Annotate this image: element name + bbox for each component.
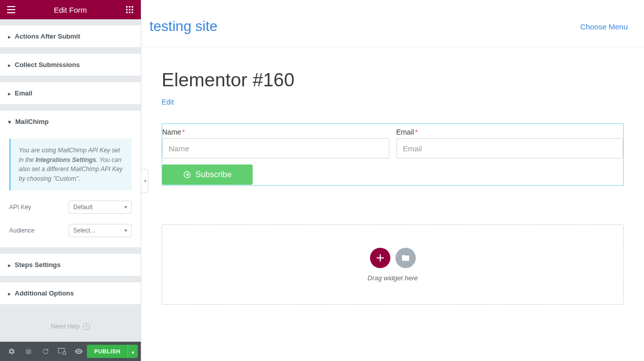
header-actions-after-submit[interactable]: Actions After Submit bbox=[0, 25, 141, 47]
sidebar-header: Edit Form bbox=[0, 0, 141, 19]
section-actions-after-submit: Actions After Submit bbox=[0, 25, 141, 48]
menu-icon[interactable] bbox=[5, 4, 17, 16]
svg-rect-0 bbox=[7, 6, 15, 7]
section-mailchimp: MailChimp You are using MailChimp API Ke… bbox=[0, 111, 141, 248]
chevron-right-icon bbox=[8, 289, 11, 297]
chevron-down-icon bbox=[8, 118, 11, 125]
preview-header: testing site Choose Menu bbox=[141, 6, 644, 47]
email-label-text: Email bbox=[396, 128, 414, 136]
publish-group: PUBLISH bbox=[87, 345, 138, 358]
audience-select[interactable]: Select... bbox=[69, 224, 132, 237]
api-key-value: Default bbox=[73, 204, 93, 211]
header-email[interactable]: Email bbox=[0, 82, 141, 104]
publish-button[interactable]: PUBLISH bbox=[87, 345, 128, 358]
audience-row: Audience Select... bbox=[9, 224, 132, 237]
label-email: Email bbox=[15, 89, 33, 97]
api-key-row: API Key Default bbox=[9, 201, 132, 214]
form-field-email: Email* bbox=[396, 128, 624, 158]
label-steps-settings: Steps Settings bbox=[15, 261, 60, 269]
label-actions-after-submit: Actions After Submit bbox=[15, 32, 80, 40]
responsive-icon[interactable] bbox=[53, 342, 70, 361]
settings-icon[interactable] bbox=[3, 342, 20, 361]
email-label: Email* bbox=[396, 128, 624, 136]
form-widget[interactable]: Name* Email* Subscribe bbox=[162, 123, 624, 186]
svg-rect-15 bbox=[377, 257, 384, 258]
mailchimp-info-box: You are using MailChimp API Key set in t… bbox=[9, 139, 132, 190]
chevron-right-icon bbox=[8, 61, 11, 69]
body-mailchimp: You are using MailChimp API Key set in t… bbox=[0, 133, 141, 247]
chevron-right-icon bbox=[8, 89, 11, 97]
publish-options-button[interactable] bbox=[128, 345, 138, 358]
need-help-label: Need Help bbox=[51, 323, 80, 330]
api-key-label: API Key bbox=[9, 204, 31, 211]
svg-rect-1 bbox=[7, 9, 15, 10]
history-icon[interactable] bbox=[37, 342, 53, 361]
section-steps-settings: Steps Settings bbox=[0, 254, 141, 276]
add-section-button[interactable] bbox=[370, 248, 390, 268]
audience-label: Audience bbox=[9, 227, 35, 234]
sidebar-content: Actions After Submit Collect Submissions… bbox=[0, 19, 141, 342]
sidebar-footer: PUBLISH bbox=[0, 342, 141, 361]
page-main: Elementor #160 Edit Name* Email* bbox=[141, 47, 644, 325]
preview-icon[interactable] bbox=[70, 342, 87, 361]
svg-rect-11 bbox=[132, 12, 133, 13]
email-input[interactable] bbox=[396, 138, 624, 158]
svg-rect-7 bbox=[129, 9, 131, 11]
name-input[interactable] bbox=[162, 138, 389, 158]
preview-area: testing site Choose Menu Elementor #160 … bbox=[141, 0, 644, 361]
choose-menu-link[interactable]: Choose Menu bbox=[580, 22, 628, 31]
svg-rect-2 bbox=[7, 12, 15, 13]
svg-rect-4 bbox=[129, 6, 131, 8]
need-help[interactable]: Need Help ? bbox=[0, 305, 141, 342]
svg-rect-8 bbox=[132, 9, 133, 11]
template-library-button[interactable] bbox=[395, 248, 416, 268]
header-mailchimp[interactable]: MailChimp bbox=[0, 111, 141, 133]
chevron-right-icon bbox=[8, 32, 11, 40]
chevron-right-icon bbox=[8, 261, 11, 269]
drop-actions bbox=[370, 248, 416, 268]
required-asterisk: * bbox=[182, 128, 185, 136]
elementor-sidebar: Edit Form Actions After Submit Collect S… bbox=[0, 0, 141, 361]
section-collect-submissions: Collect Submissions bbox=[0, 54, 141, 76]
label-mailchimp: MailChimp bbox=[15, 118, 49, 125]
header-additional-options[interactable]: Additional Options bbox=[0, 282, 141, 304]
name-label: Name* bbox=[162, 128, 389, 136]
svg-rect-10 bbox=[129, 12, 131, 13]
subscribe-button[interactable]: Subscribe bbox=[162, 165, 253, 185]
help-icon: ? bbox=[83, 323, 90, 330]
required-asterisk: * bbox=[415, 128, 418, 136]
info-bold: Integrations Settings bbox=[36, 156, 96, 163]
edit-link[interactable]: Edit bbox=[162, 98, 174, 106]
site-title[interactable]: testing site bbox=[149, 18, 218, 35]
audience-value: Select... bbox=[73, 227, 95, 234]
svg-rect-3 bbox=[126, 6, 128, 8]
label-additional-options: Additional Options bbox=[15, 289, 74, 297]
section-additional-options: Additional Options bbox=[0, 282, 141, 305]
header-collect-submissions[interactable]: Collect Submissions bbox=[0, 54, 141, 76]
drop-zone[interactable]: Drag widget here bbox=[162, 224, 624, 305]
svg-rect-5 bbox=[132, 6, 133, 8]
apps-grid-icon[interactable] bbox=[124, 4, 136, 16]
sidebar-collapse-handle[interactable]: ◂ bbox=[141, 169, 148, 192]
drop-zone-text: Drag widget here bbox=[367, 274, 418, 282]
svg-rect-9 bbox=[126, 12, 128, 13]
form-field-name: Name* bbox=[162, 128, 389, 158]
name-label-text: Name bbox=[162, 128, 181, 136]
sidebar-title: Edit Form bbox=[17, 6, 124, 14]
subscribe-label: Subscribe bbox=[195, 170, 231, 179]
api-key-select[interactable]: Default bbox=[69, 201, 132, 214]
navigator-icon[interactable] bbox=[20, 342, 37, 361]
label-collect-submissions: Collect Submissions bbox=[15, 61, 80, 69]
section-email: Email bbox=[0, 82, 141, 105]
svg-rect-6 bbox=[126, 9, 128, 11]
page-title: Elementor #160 bbox=[162, 70, 624, 91]
header-steps-settings[interactable]: Steps Settings bbox=[0, 254, 141, 276]
